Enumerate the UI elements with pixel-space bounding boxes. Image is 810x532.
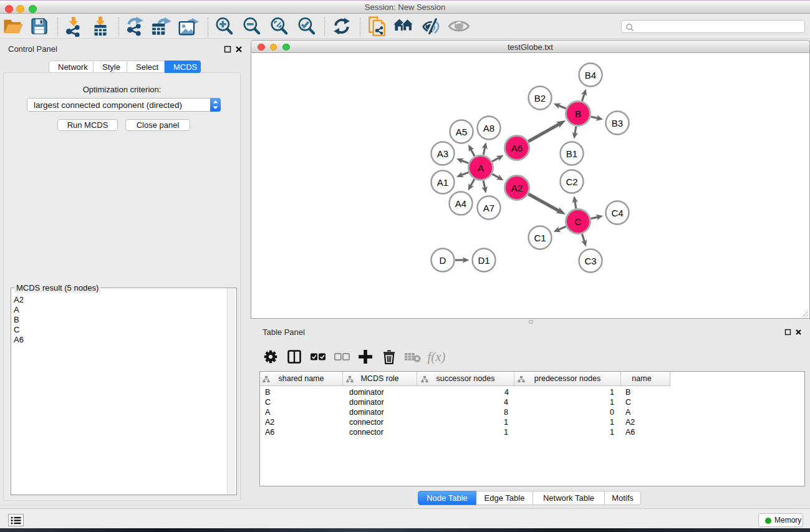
svg-text:C3: C3 [584, 256, 596, 266]
svg-text:A4: A4 [455, 198, 466, 209]
svg-text:D: D [440, 255, 446, 266]
svg-text:C: C [575, 216, 582, 227]
svg-text:A8: A8 [483, 123, 494, 133]
svg-text:B: B [575, 109, 581, 119]
svg-text:C1: C1 [534, 233, 546, 243]
svg-text:C4: C4 [611, 208, 623, 218]
svg-text:D1: D1 [478, 255, 489, 266]
svg-text:A5: A5 [456, 127, 467, 137]
svg-text:A3: A3 [437, 148, 448, 159]
svg-text:A2: A2 [511, 183, 523, 193]
svg-text:B4: B4 [585, 70, 596, 80]
svg-text:B3: B3 [612, 118, 623, 128]
svg-text:B1: B1 [566, 148, 577, 159]
svg-text:A7: A7 [483, 203, 494, 213]
svg-text:A: A [478, 163, 484, 173]
svg-text:C2: C2 [566, 177, 577, 187]
svg-text:B2: B2 [534, 93, 546, 104]
svg-text:A1: A1 [437, 177, 448, 188]
svg-text:A6: A6 [511, 143, 523, 153]
